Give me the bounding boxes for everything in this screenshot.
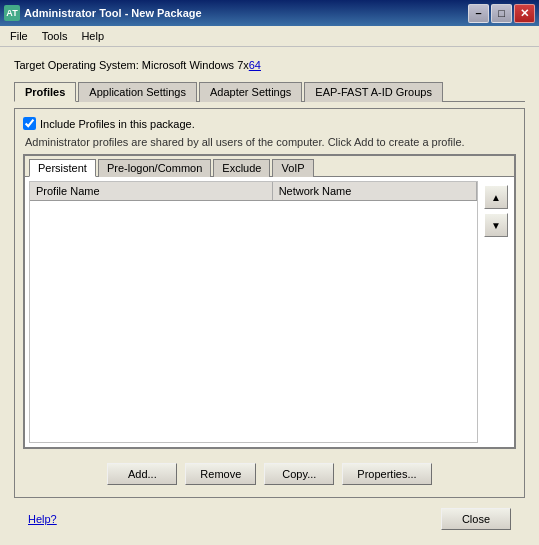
- main-tab-bar: Profiles Application Settings Adapter Se…: [14, 81, 525, 102]
- remove-button[interactable]: Remove: [185, 463, 256, 485]
- inner-tab-bar: Persistent Pre-logon/Common Exclude VoIP: [25, 156, 514, 177]
- title-bar-buttons: – □ ✕: [468, 4, 535, 23]
- properties-button[interactable]: Properties...: [342, 463, 431, 485]
- app-icon: AT: [4, 5, 20, 21]
- menu-bar: File Tools Help: [0, 26, 539, 47]
- add-button[interactable]: Add...: [107, 463, 177, 485]
- move-down-button[interactable]: ▼: [484, 213, 508, 237]
- updown-buttons: ▲ ▼: [482, 181, 510, 443]
- title-bar: AT Administrator Tool - New Package – □ …: [0, 0, 539, 26]
- tab-adapter-settings[interactable]: Adapter Settings: [199, 82, 302, 102]
- menu-tools[interactable]: Tools: [36, 28, 74, 44]
- main-content: Target Operating System: Microsoft Windo…: [0, 47, 539, 544]
- include-profiles-row: Include Profiles in this package.: [23, 117, 516, 130]
- include-profiles-label: Include Profiles in this package.: [40, 118, 195, 130]
- inner-tab-area: Persistent Pre-logon/Common Exclude VoIP…: [23, 154, 516, 449]
- copy-button[interactable]: Copy...: [264, 463, 334, 485]
- profile-table: Profile Name Network Name: [29, 181, 478, 443]
- help-link[interactable]: Help?: [28, 513, 57, 525]
- table-header: Profile Name Network Name: [30, 182, 477, 201]
- inner-tab-prelogon[interactable]: Pre-logon/Common: [98, 159, 211, 177]
- inner-content: Profile Name Network Name ▲ ▼: [25, 177, 514, 447]
- inner-tab-voip[interactable]: VoIP: [272, 159, 313, 177]
- tab-eap-fast[interactable]: EAP-FAST A-ID Groups: [304, 82, 443, 102]
- maximize-button[interactable]: □: [491, 4, 512, 23]
- minimize-button[interactable]: –: [468, 4, 489, 23]
- target-os-row: Target Operating System: Microsoft Windo…: [14, 55, 525, 75]
- inner-tab-persistent[interactable]: Persistent: [29, 159, 96, 177]
- include-profiles-checkbox[interactable]: [23, 117, 36, 130]
- menu-help[interactable]: Help: [75, 28, 110, 44]
- window-close-button[interactable]: ✕: [514, 4, 535, 23]
- profiles-panel: Include Profiles in this package. Admini…: [14, 108, 525, 498]
- window-title: Administrator Tool - New Package: [24, 7, 202, 19]
- tab-profiles[interactable]: Profiles: [14, 82, 76, 102]
- close-button[interactable]: Close: [441, 508, 511, 530]
- title-bar-left: AT Administrator Tool - New Package: [4, 5, 202, 21]
- move-up-button[interactable]: ▲: [484, 185, 508, 209]
- target-os-link[interactable]: 64: [249, 59, 261, 71]
- info-text: Administrator profiles are shared by all…: [23, 136, 516, 148]
- table-body: [30, 201, 477, 341]
- col-header-network-name: Network Name: [273, 182, 477, 200]
- target-os-label: Target Operating System: Microsoft Windo…: [14, 59, 249, 71]
- footer: Help? Close: [14, 504, 525, 536]
- menu-file[interactable]: File: [4, 28, 34, 44]
- inner-tab-exclude[interactable]: Exclude: [213, 159, 270, 177]
- tab-application-settings[interactable]: Application Settings: [78, 82, 197, 102]
- action-buttons: Add... Remove Copy... Properties...: [23, 455, 516, 489]
- col-header-profile-name: Profile Name: [30, 182, 273, 200]
